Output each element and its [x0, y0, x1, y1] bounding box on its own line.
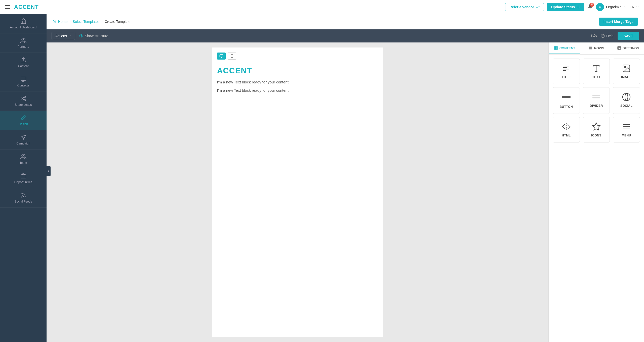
collapse-arrow-icon — [47, 170, 50, 172]
svg-text:T: T — [563, 64, 565, 68]
text-icon — [592, 64, 601, 73]
mobile-view-button[interactable] — [228, 53, 236, 60]
svg-point-11 — [21, 197, 22, 197]
content-icon — [20, 57, 26, 63]
desktop-view-button[interactable] — [217, 53, 226, 60]
content-item-icons-label: ICONS — [591, 134, 601, 137]
refer-vendor-button[interactable]: Refer a vendor — [505, 3, 544, 11]
svg-line-7 — [22, 99, 24, 100]
content-item-button[interactable]: BUTTON — [553, 87, 580, 114]
svg-rect-22 — [556, 48, 557, 50]
team-icon — [20, 154, 26, 160]
svg-rect-39 — [562, 96, 571, 98]
content-item-divider[interactable]: DIVIDER — [583, 87, 610, 114]
notification-badge: 5 — [590, 3, 594, 7]
update-status-button[interactable]: Update Status — [547, 3, 584, 11]
content-item-html[interactable]: HTML — [553, 117, 580, 142]
breadcrumb-sep-2: › — [101, 20, 103, 24]
breadcrumb-select-templates[interactable]: Select Templates — [73, 20, 99, 24]
sidebar-item-team[interactable]: Team — [0, 150, 47, 169]
upload-icon — [591, 33, 597, 39]
home-icon — [20, 18, 26, 24]
tab-rows[interactable]: ROWS — [580, 42, 612, 54]
toolbar-right: Help SAVE — [591, 32, 639, 40]
svg-point-6 — [24, 100, 26, 101]
content-item-text[interactable]: TEXT — [583, 59, 610, 84]
device-bar — [217, 53, 378, 60]
monitor-icon — [219, 54, 223, 58]
icons-icon — [592, 122, 601, 131]
home-breadcrumb-icon — [53, 20, 56, 24]
content-item-image[interactable]: IMAGE — [613, 59, 640, 84]
sidebar-item-opportunities[interactable]: Opportunities — [0, 169, 47, 188]
sidebar-collapse-button[interactable] — [47, 166, 51, 176]
sidebar-item-account-dashboard[interactable]: Account Dashboard — [0, 14, 47, 33]
tab-content[interactable]: CONTENT — [549, 42, 580, 54]
svg-point-5 — [21, 98, 23, 99]
design-icon — [20, 115, 26, 121]
sidebar-item-campaign[interactable]: Campaign — [0, 130, 47, 150]
app-logo: ACCENT — [14, 4, 39, 10]
hamburger-menu[interactable] — [5, 5, 10, 9]
content-grid: T TITLE TEXT IMAGE BUT — [549, 55, 644, 146]
actions-chevron-icon — [68, 34, 71, 37]
content-item-icons[interactable]: ICONS — [583, 117, 610, 142]
svg-rect-21 — [554, 48, 556, 50]
help-circle-icon — [601, 34, 605, 38]
canvas-area[interactable]: ACCENT I'm a new Text block ready for yo… — [47, 42, 548, 342]
topnav-right: Refer a vendor Update Status 5 O Orgadmi… — [505, 3, 639, 11]
breadcrumb-home[interactable]: Home — [58, 20, 67, 24]
editor-toolbar: Actions Show structure Help SAVE — [47, 29, 644, 42]
svg-rect-16 — [220, 55, 223, 57]
show-structure-button[interactable]: Show structure — [79, 34, 108, 38]
svg-point-38 — [625, 67, 626, 68]
content-item-title-label: TITLE — [562, 75, 571, 79]
notification-bell[interactable]: 5 — [587, 4, 593, 10]
trend-icon — [536, 5, 540, 9]
sidebar: Account Dashboard Partners Content Conta… — [0, 14, 47, 342]
tab-settings[interactable]: SETTINGS — [612, 42, 644, 54]
insert-merge-tags-button[interactable]: Insert Merge Tags — [599, 18, 638, 26]
save-button[interactable]: SAVE — [618, 32, 639, 40]
svg-rect-3 — [21, 77, 26, 80]
sidebar-item-partners[interactable]: Partners — [0, 33, 47, 53]
menu-icon — [622, 122, 631, 131]
content-item-image-label: IMAGE — [621, 75, 632, 79]
actions-button[interactable]: Actions — [52, 32, 75, 40]
sidebar-item-social-feeds[interactable]: Social Feeds — [0, 188, 47, 208]
breadcrumb-current: Create Template — [105, 20, 130, 24]
user-menu[interactable]: O Orgadmin — [596, 3, 626, 11]
sidebar-item-design[interactable]: Design — [0, 111, 47, 130]
content-item-social[interactable]: SOCIAL — [613, 87, 640, 114]
language-selector[interactable]: EN — [630, 5, 639, 9]
content-item-menu[interactable]: MENU — [613, 117, 640, 142]
content-item-menu-label: MENU — [622, 134, 631, 137]
svg-line-8 — [22, 97, 24, 98]
svg-rect-27 — [618, 46, 621, 50]
svg-rect-20 — [556, 46, 557, 48]
breadcrumb-sep-1: › — [69, 20, 71, 24]
content-item-text-label: TEXT — [592, 75, 600, 79]
social-feeds-icon — [20, 192, 26, 198]
content-item-html-label: HTML — [562, 134, 571, 137]
svg-rect-10 — [21, 175, 26, 178]
text-block-1[interactable]: I'm a new Text block ready for your cont… — [217, 78, 378, 86]
top-navigation: ACCENT Refer a vendor Update Status 5 O … — [0, 0, 644, 14]
svg-rect-40 — [592, 95, 600, 96]
social-icon — [622, 92, 631, 102]
sidebar-item-content[interactable]: Content — [0, 53, 47, 72]
image-icon — [622, 64, 631, 73]
text-block-2[interactable]: I'm a new Text block ready for your cont… — [217, 86, 378, 94]
campaign-icon — [20, 134, 26, 140]
sidebar-item-share-leads[interactable]: Share Leads — [0, 91, 47, 111]
help-button[interactable]: Help — [601, 34, 614, 38]
svg-rect-19 — [554, 46, 556, 48]
svg-point-9 — [22, 154, 24, 156]
sidebar-item-contacts[interactable]: Contacts — [0, 72, 47, 91]
button-icon — [562, 92, 571, 102]
user-name: Orgadmin — [606, 5, 621, 9]
grid-icon — [554, 46, 558, 50]
breadcrumb-bar: Home › Select Templates › Create Templat… — [47, 14, 644, 29]
content-item-title[interactable]: T TITLE — [553, 59, 580, 84]
right-panel: CONTENT ROWS SETTINGS T TITLE — [548, 42, 644, 342]
